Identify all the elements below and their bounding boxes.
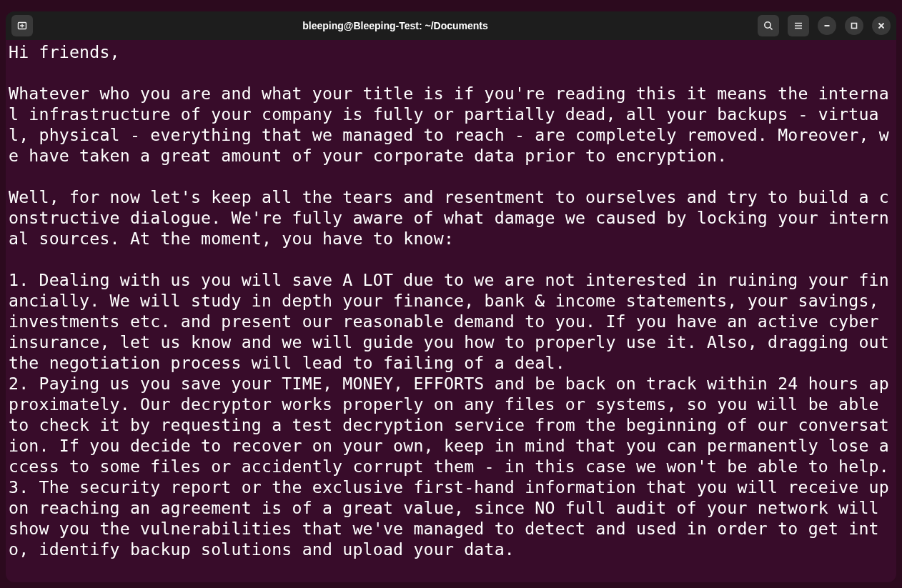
new-tab-button[interactable] <box>11 15 33 36</box>
minimize-icon <box>822 21 832 31</box>
minimize-button[interactable] <box>818 16 836 35</box>
hamburger-menu-button[interactable] <box>788 15 809 36</box>
new-tab-icon <box>16 20 28 31</box>
maximize-icon <box>849 21 859 31</box>
hamburger-icon <box>793 20 804 31</box>
terminal-content: Hi friends, Whatever who you are and wha… <box>9 41 893 559</box>
search-icon <box>763 20 774 31</box>
close-icon <box>876 21 886 31</box>
search-button[interactable] <box>758 15 779 36</box>
svg-rect-9 <box>852 24 857 29</box>
terminal-body[interactable]: Hi friends, Whatever who you are and wha… <box>6 40 896 582</box>
maximize-button[interactable] <box>845 16 863 35</box>
titlebar-right-group <box>758 15 891 36</box>
terminal-window: bleeping@Bleeping-Test: ~/Documents <box>6 11 896 582</box>
titlebar-left-group <box>11 15 33 36</box>
titlebar: bleeping@Bleeping-Test: ~/Documents <box>6 11 896 40</box>
window-title: bleeping@Bleeping-Test: ~/Documents <box>33 20 758 31</box>
close-button[interactable] <box>872 16 891 35</box>
svg-line-4 <box>770 27 772 29</box>
svg-point-3 <box>765 22 770 28</box>
